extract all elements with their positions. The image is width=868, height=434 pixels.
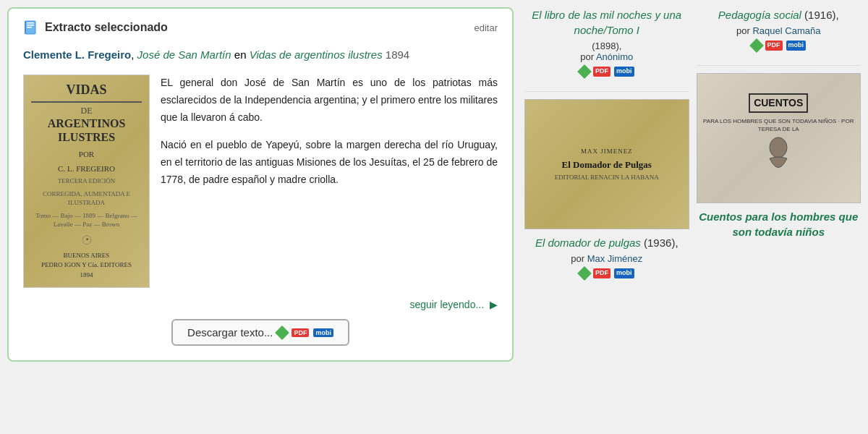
mobi-icon-1[interactable]: mobi [614,67,634,77]
svg-rect-4 [25,21,26,34]
domador-thumbnail: MAX JIMENEZ El Domador de Pulgas EDITORI… [524,99,689,229]
cover-details1: Tomo — Bajo — 1889 — Belgrano — Lavalle … [31,211,142,229]
diamond-icon-3 [749,38,764,53]
right-col-2: Pedagogía social (1916), por Raquel Cama… [697,7,861,427]
book-card-pedagogia: Pedagogía social (1916), por Raquel Cama… [697,7,861,51]
domador-title-text: El domador de pulgas [535,237,641,249]
continue-reading-link[interactable]: seguir leyendo... ▶ [23,299,498,310]
svg-rect-2 [27,25,34,26]
domador-thumb-sub: EDITORIAL RENACIN LA HABANA [555,174,659,181]
book-icon [23,20,39,35]
cuentos-thumbnail: CUENTOS PARA LOS HOMBRES QUE SON TODAVIA… [697,73,861,203]
edit-link[interactable]: editar [474,22,498,33]
citation-sep: , [131,48,137,61]
cover-edition-detail: CORREGIDA, AUMENTADA E ILUSTRADA [31,190,142,208]
content-area: VIDAS DE ARGENTINOS ILUSTRES POR C. L. F… [23,75,498,288]
book-cover-image: VIDAS DE ARGENTINOS ILUSTRES POR C. L. F… [23,75,150,288]
domador-thumb-title: El Domador de Pulgas [555,159,659,171]
right-col-1: El libro de las mil noches y una noche/T… [524,7,689,427]
citation-book: Vidas de argentinos ilustres [250,48,383,61]
svg-text:✦: ✦ [85,237,88,242]
mobi-icon-3[interactable]: mobi [786,41,807,51]
cover-title2: DE [31,106,142,116]
domador-author-link[interactable]: Max Jiménez [587,253,643,264]
pedagogia-title[interactable]: Pedagogía social (1916), [697,7,861,22]
pdf-icon-3[interactable]: PDF [765,41,783,51]
pedagogia-author-line: por Raquel Camaña [697,25,861,36]
cover-author: C. L. FREGEIRO [31,164,142,173]
paragraph-1: EL general don José de San Martín es uno… [161,75,498,126]
mobi-icon: mobi [313,328,333,337]
cover-title3: ARGENTINOS ILUSTRES [31,116,142,144]
mil-noches-year: (1898), [524,41,689,51]
domador-icons: PDF mobi [524,268,689,278]
domador-link[interactable]: El domador de pulgas [535,237,641,249]
diamond-icon-2 [577,266,592,281]
cover-emblem: ✦ [69,235,105,245]
cover-publisher: BUENOS AIRES PEDRO IGON Y Cía. EDITORES … [41,251,132,281]
cuentos-figure-svg [760,137,796,180]
extract-citation: Clemente L. Fregeiro, José de San Martín… [23,46,498,64]
pedagogia-link[interactable]: Pedagogía social [718,9,801,21]
domador-thumb-author: MAX JIMENEZ [555,148,659,155]
pedagogia-by: por [736,25,750,36]
domador-thumb-text: MAX JIMENEZ El Domador de Pulgas EDITORI… [549,142,665,187]
mil-noches-link[interactable]: El libro de las mil noches y una noche/T… [532,9,681,36]
domador-by: por [571,253,584,264]
mil-noches-by: por [580,51,594,62]
book-card-cuentos: CUENTOS PARA LOS HOMBRES QUE SON TODAVIA… [697,73,861,239]
cuentos-title[interactable]: Cuentos para los hombres que son todavía… [697,209,861,239]
divider-2 [697,65,861,66]
extract-title: Extracto seleccionado [45,21,474,34]
download-button-area: Descargar texto... PDF mobi [23,319,498,346]
book-card-mil-noches: El libro de las mil noches y una noche/T… [524,7,689,77]
download-button[interactable]: Descargar texto... PDF mobi [171,319,349,346]
cover-edition: TERCERA EDICIÓN [31,176,142,186]
domador-year: (1936), [644,237,678,249]
paragraph-2: Nació en el pueblo de Yapeyú, sobre la m… [161,137,498,188]
extract-header: Extracto seleccionado editar [23,20,498,35]
mil-noches-icons: PDF mobi [524,67,689,77]
cuentos-thumb-title: CUENTOS [749,93,808,113]
mil-noches-author-line: por Anónimo [524,51,689,62]
cuentos-thumb-content: CUENTOS PARA LOS HOMBRES QUE SON TODAVIA… [697,88,861,188]
download-label: Descargar texto... [187,326,273,339]
cuentos-thumb-sub: PARA LOS HOMBRES QUE SON TODAVIA NIÑOS ·… [703,117,855,133]
pdf-icon: PDF [292,328,309,337]
pedagogia-icons: PDF mobi [697,41,861,51]
left-panel: Extracto seleccionado editar Clemente L.… [0,0,521,434]
svg-rect-1 [27,22,34,24]
pdf-icon-2[interactable]: PDF [593,268,610,278]
extract-box: Extracto seleccionado editar Clemente L.… [7,7,514,362]
book-card-domador: MAX JIMENEZ El Domador de Pulgas EDITORI… [524,99,689,278]
pedagogia-year: (1916), [804,9,839,21]
citation-connector: en [231,48,250,61]
pedagogia-author-link[interactable]: Raquel Camaña [752,25,820,36]
citation-work: José de San Martín [137,48,231,61]
mobi-icon-2[interactable]: mobi [614,268,634,278]
divider-1 [524,91,689,92]
svg-rect-3 [27,27,32,28]
book-text-content: EL general don José de San Martín es uno… [161,75,498,288]
cover-byline: POR [31,150,142,158]
mil-noches-author-link[interactable]: Anónimo [596,51,633,62]
mil-noches-title[interactable]: El libro de las mil noches y una noche/T… [524,7,689,38]
cuentos-link[interactable]: Cuentos para los hombres que son todavía… [699,210,858,238]
domador-title[interactable]: El domador de pulgas (1936), [524,235,689,250]
diamond-icon [276,326,290,340]
svg-point-7 [770,137,787,158]
citation-year: 1894 [383,48,410,61]
right-panel: El libro de las mil noches y una noche/T… [521,0,868,434]
book-cover-top: VIDAS DE ARGENTINOS ILUSTRES POR C. L. F… [31,82,142,229]
citation-author: Clemente L. Fregeiro [23,48,131,61]
diamond-icon-1 [577,64,592,79]
pdf-icon-1[interactable]: PDF [593,67,610,77]
pedagogia-title-text: Pedagogía social [718,9,801,21]
domador-author-line: por Max Jiménez [524,253,689,264]
cover-title1: VIDAS [31,82,142,103]
continue-link-text: seguir leyendo... [409,299,484,310]
cuentos-figure [760,137,796,180]
play-icon: ▶ [490,299,498,310]
